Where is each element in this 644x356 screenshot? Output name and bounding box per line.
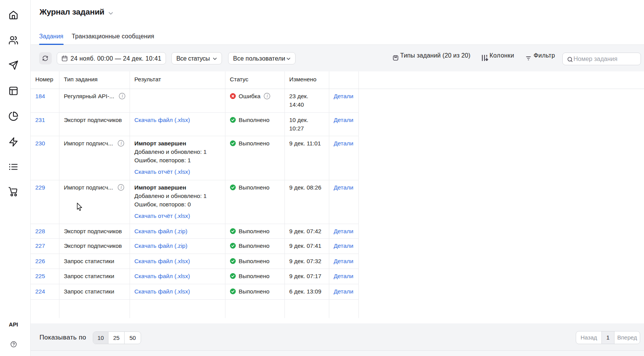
svg-text:i: i — [266, 94, 268, 98]
svg-text:i: i — [122, 94, 123, 98]
svg-text:i: i — [120, 141, 122, 145]
svg-text:i: i — [120, 185, 122, 190]
